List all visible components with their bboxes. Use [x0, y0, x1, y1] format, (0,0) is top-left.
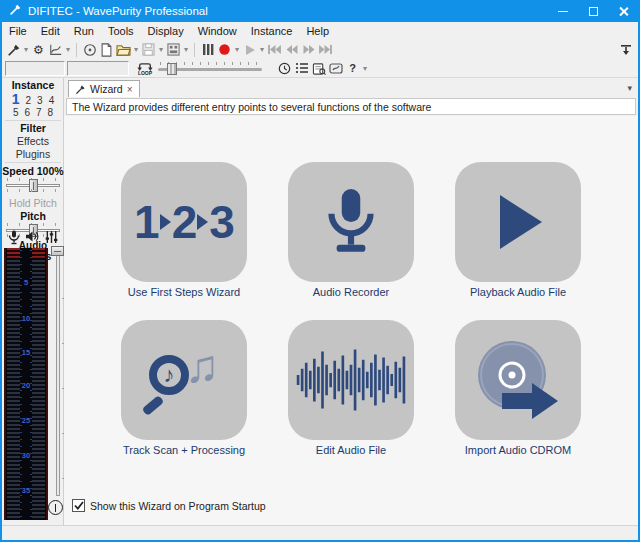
wizard-description: The Wizard provides different entry poin… — [66, 98, 636, 115]
loop-label: LOOP — [138, 71, 152, 75]
menu-run[interactable]: Run — [67, 22, 101, 40]
instance-3[interactable]: 3 — [37, 95, 43, 106]
speed-slider[interactable] — [6, 178, 60, 192]
save-dropdown-icon[interactable]: ▾ — [157, 45, 165, 54]
import-cdrom-button[interactable] — [455, 320, 581, 440]
instance-6[interactable]: 6 — [24, 107, 30, 118]
hold-pitch-label: Hold Pitch — [2, 197, 64, 209]
title-bar: DIFITEC - WavePurity Professional — [2, 0, 638, 22]
status-bar — [2, 525, 638, 540]
slider-thumb[interactable] — [167, 63, 177, 75]
microphone-device-icon[interactable] — [8, 230, 20, 247]
export-file-icon[interactable] — [165, 42, 182, 58]
curve-editor-icon[interactable] — [47, 42, 64, 58]
edit-audio-button[interactable] — [288, 320, 414, 440]
first-steps-wizard-button[interactable]: 1 2 3 — [121, 162, 247, 282]
curve-dropdown-icon[interactable]: ▾ — [64, 45, 72, 54]
volume-slider-thumb[interactable] — [51, 246, 64, 256]
effects-button[interactable]: Effects — [2, 135, 64, 147]
menu-display[interactable]: Display — [141, 22, 191, 40]
level-meter: 5 10 15 20 25 30 35 — [4, 248, 48, 520]
play-dropdown-icon[interactable]: ▾ — [258, 45, 266, 54]
help-dropdown-icon[interactable]: ▾ — [361, 64, 369, 73]
instance-row-2: 5 6 7 8 — [2, 107, 64, 118]
playback-audio-button[interactable] — [455, 162, 581, 282]
instance-1[interactable]: 1 — [12, 91, 20, 107]
import-cdrom-label: Import Audio CDROM — [465, 444, 571, 456]
menu-window[interactable]: Window — [191, 22, 244, 40]
new-file-icon[interactable] — [98, 42, 115, 58]
close-button[interactable] — [608, 0, 638, 22]
instance-label: Instance — [2, 79, 64, 91]
cd-disc-icon[interactable] — [81, 42, 98, 58]
settings-gear-icon[interactable]: ⚙ — [30, 42, 47, 58]
instance-2[interactable]: 2 — [26, 95, 32, 106]
export-dropdown-icon[interactable]: ▾ — [182, 45, 190, 54]
volume-slider-track[interactable] — [56, 250, 60, 496]
clock-icon[interactable] — [276, 60, 293, 76]
menu-file[interactable]: File — [2, 22, 34, 40]
menu-edit[interactable]: Edit — [34, 22, 67, 40]
maximize-button[interactable] — [578, 0, 608, 22]
meter-red-zone — [7, 248, 20, 257]
instance-5[interactable]: 5 — [13, 107, 19, 118]
device-icons-row — [2, 230, 64, 247]
open-dropdown-icon[interactable]: ▾ — [132, 45, 140, 54]
dock-toolbar-icon[interactable] — [617, 42, 634, 58]
tab-list-dropdown-icon[interactable]: ▾ — [627, 83, 632, 93]
tab-close-icon[interactable]: × — [127, 84, 133, 95]
plugins-button[interactable]: Plugins — [2, 148, 64, 160]
skip-end-icon[interactable] — [317, 42, 334, 58]
audio-recorder-label: Audio Recorder — [313, 286, 389, 298]
status-panel-left — [5, 61, 65, 76]
rewind-icon[interactable] — [283, 42, 300, 58]
meter-left-channel — [7, 248, 20, 520]
track-scan-label: Track Scan + Processing — [123, 444, 245, 456]
playlist-icon[interactable] — [293, 60, 310, 76]
loop-button[interactable]: LOOP — [135, 62, 155, 75]
db-tick: 15 — [20, 348, 32, 357]
pitch-label: Pitch — [2, 210, 64, 222]
startup-checkbox[interactable] — [72, 499, 85, 512]
meter-power-icon[interactable] — [48, 500, 63, 515]
instance-8[interactable]: 8 — [48, 107, 54, 118]
open-folder-icon[interactable] — [115, 42, 132, 58]
batch-stamp-icon[interactable] — [327, 60, 344, 76]
db-tick: 35 — [20, 486, 32, 495]
speaker-device-icon[interactable] — [25, 230, 40, 247]
instance-7[interactable]: 7 — [36, 107, 42, 118]
meter-red-zone — [32, 248, 45, 257]
first-steps-wizard-label: Use First Steps Wizard — [128, 286, 240, 298]
log-book-icon[interactable] — [310, 60, 327, 76]
position-slider[interactable] — [158, 61, 262, 76]
audio-recorder-button[interactable] — [288, 162, 414, 282]
record-icon[interactable] — [216, 42, 233, 58]
main-area: Wizard × ▾ The Wizard provides different… — [64, 78, 638, 525]
help-button[interactable]: ? — [344, 60, 361, 76]
menu-instance[interactable]: Instance — [244, 22, 300, 40]
minimize-button[interactable] — [548, 0, 578, 22]
wizard-cell: 1 2 3 Use First Steps Wizard — [121, 162, 247, 298]
menu-tools[interactable]: Tools — [101, 22, 141, 40]
menu-help[interactable]: Help — [299, 22, 336, 40]
skip-start-icon[interactable] — [266, 42, 283, 58]
startup-checkbox-row[interactable]: Show this Wizard on Program Startup — [72, 499, 266, 512]
db-tick: 5 — [20, 278, 32, 287]
toolbar-main: ▾ ⚙ ▾ ▾ ▾ ▾ ▾ ▾ — [2, 40, 638, 59]
db-tick: 20 — [20, 381, 32, 390]
play-icon[interactable] — [241, 42, 258, 58]
wizard-wand-icon[interactable] — [5, 42, 22, 58]
mixer-faders-icon[interactable] — [45, 230, 58, 247]
fast-forward-icon[interactable] — [300, 42, 317, 58]
save-file-icon[interactable] — [140, 42, 157, 58]
instance-4[interactable]: 4 — [49, 95, 55, 106]
pause-icon[interactable] — [199, 42, 216, 58]
track-scan-button[interactable]: ♫ ♪ — [121, 320, 247, 440]
tab-wizard-label: Wizard — [90, 83, 123, 95]
content-area: Instance 1 2 3 4 5 6 7 8 Filter Effects … — [2, 78, 638, 525]
play-icon — [486, 189, 550, 255]
wizard-dropdown-icon[interactable]: ▾ — [22, 45, 30, 54]
tab-strip: Wizard × ▾ — [64, 78, 638, 97]
record-dropdown-icon[interactable]: ▾ — [233, 45, 241, 54]
tab-wizard[interactable]: Wizard × — [68, 80, 140, 97]
